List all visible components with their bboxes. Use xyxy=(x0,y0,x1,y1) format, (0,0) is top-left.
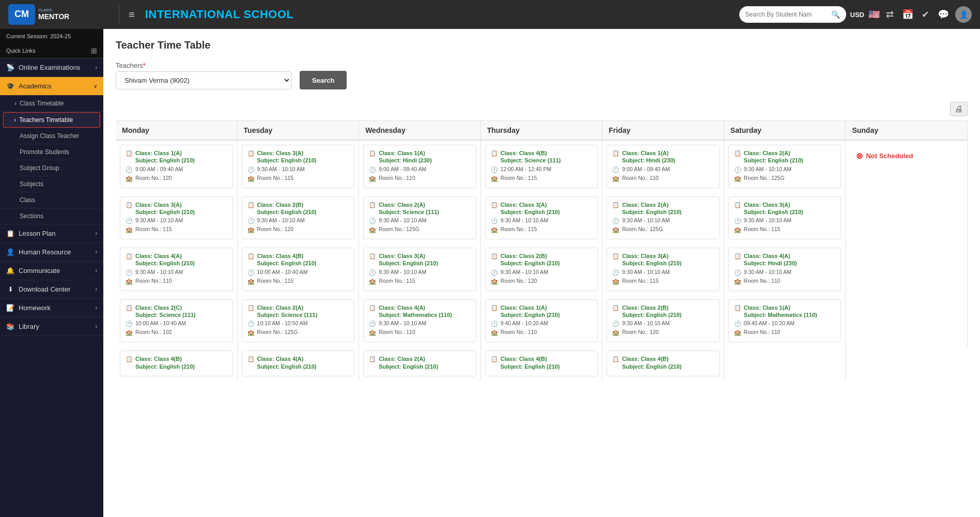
teacher-select[interactable]: Shivam Verma (9002) xyxy=(116,71,291,89)
day-column-wednesday: 📋 Class: Class 2(A)Subject: Science (111… xyxy=(359,192,481,244)
class-card: 📋 Class: Class 3(A)Subject: English (210… xyxy=(606,248,720,291)
room-icon: 🏫 xyxy=(126,175,133,182)
class-icon: 📋 xyxy=(126,202,133,208)
day-column-friday: 📋 Class: Class 4(B)Subject: English (210… xyxy=(602,346,724,381)
timetable-grid: MondayTuesdayWednesdayThursdayFridaySatu… xyxy=(116,120,968,381)
card-time: 9:30 AM - 10:10 AM xyxy=(622,320,670,326)
sidebar-item-label: Online Examinations xyxy=(19,64,80,71)
card-room: Room No.: 115 xyxy=(622,278,659,284)
room-icon: 🏫 xyxy=(734,226,741,233)
sidebar-item-label: Homework xyxy=(19,304,51,312)
class-icon: 📋 xyxy=(126,150,133,157)
sidebar-item-homework[interactable]: 📝 Homework ‹ xyxy=(0,299,103,317)
required-mark: * xyxy=(143,62,146,69)
quick-links-grid-icon[interactable]: ⊞ xyxy=(91,47,97,55)
quick-links-label: Quick Links xyxy=(6,48,36,54)
class-card: 📋 Class: Class 2(A)Subject: English (210… xyxy=(363,351,476,376)
class-card: 📋 Class: Class 4(A)Subject: English (210… xyxy=(242,351,355,376)
logo-class: CLASS xyxy=(38,8,69,13)
global-search-button[interactable]: 🔍 xyxy=(831,10,840,19)
sidebar-item-promote-students[interactable]: › Promote Students xyxy=(0,144,103,160)
day-header-saturday: Saturday xyxy=(724,121,846,141)
download-center-icon: ⬇ xyxy=(6,285,14,293)
user-avatar[interactable]: 👤 xyxy=(955,6,972,23)
human-resource-icon: 👤 xyxy=(6,248,14,256)
card-class-subject: Class: Class 3(A)Subject: English (210) xyxy=(135,201,195,216)
card-room: Room No.: 110 xyxy=(744,278,781,284)
class-icon: 📋 xyxy=(612,356,619,362)
academics-icon: 🎓 xyxy=(6,82,14,90)
library-icon: 📚 xyxy=(6,323,14,330)
sidebar-item-communicate[interactable]: 🔔 Communicate ‹ xyxy=(0,262,103,280)
class-icon: 📋 xyxy=(491,253,498,260)
sidebar-item-library[interactable]: 📚 Library ‹ xyxy=(0,317,103,336)
class-card: 📋 Class: Class 4(A)Subject: Hindi (230) … xyxy=(728,248,842,291)
sidebar-item-human-resource[interactable]: 👤 Human Resource ‹ xyxy=(0,243,103,262)
card-class-subject: Class: Class 2(A)Subject: English (210) xyxy=(379,355,438,370)
class-card: 📋 Class: Class 3(A)Subject: English (210… xyxy=(120,196,233,240)
room-icon: 🏫 xyxy=(369,226,376,233)
class-icon: 📋 xyxy=(126,356,133,362)
sidebar-item-assign-class-teacher[interactable]: › Assign Class Teacher xyxy=(0,128,103,144)
card-room: Room No.: 125G xyxy=(622,226,663,232)
card-room: Room No.: 125G xyxy=(744,175,785,181)
sidebar-item-download-center[interactable]: ⬇ Download Center ‹ xyxy=(0,280,103,299)
sidebar-sub-label: Teachers Timetable xyxy=(19,116,73,124)
room-icon: 🏫 xyxy=(126,329,133,336)
room-icon: 🏫 xyxy=(491,329,498,336)
hr-arrow: ‹ xyxy=(96,249,97,255)
room-icon: 🏫 xyxy=(612,175,619,182)
card-time: 10:10 AM - 10:50 AM xyxy=(257,320,308,326)
top-header: CM CLASS MENTOR ≡ INTERNATIONAL SCHOOL 🔍… xyxy=(0,0,980,29)
class-card: 📋 Class: Class 4(B)Subject: English (210… xyxy=(485,351,598,376)
day-column-saturday: 📋 Class: Class 4(A)Subject: Hindi (230) … xyxy=(724,244,846,295)
page-title: Teacher Time Table xyxy=(116,39,968,51)
card-class-subject: Class: Class 3(A)Subject: English (210) xyxy=(501,201,560,216)
whatsapp-icon[interactable]: 💬 xyxy=(936,7,951,22)
sidebar-item-subject-group[interactable]: › Subject Group xyxy=(0,160,103,176)
class-card: 📋 Class: Class 1(A)Subject: Hindi (230) … xyxy=(363,145,476,188)
hamburger-icon[interactable]: ≡ xyxy=(129,9,135,21)
room-icon: 🏫 xyxy=(612,278,619,285)
print-button[interactable]: 🖨 xyxy=(950,102,968,116)
clock-icon: 🕐 xyxy=(491,166,498,173)
card-room: Room No.: 125G xyxy=(257,329,298,335)
sidebar-item-label: Library xyxy=(19,323,39,330)
room-icon: 🏫 xyxy=(247,175,255,182)
sidebar-item-subjects[interactable]: › Subjects xyxy=(0,176,103,192)
day-column-sunday: ⊗ Not Scheduled xyxy=(846,141,968,192)
card-room: Room No.: 115 xyxy=(379,278,415,284)
calendar-icon[interactable]: 📅 xyxy=(900,7,915,22)
card-time: 9:00 AM - 09:40 AM xyxy=(379,166,426,172)
sidebar-item-teachers-timetable[interactable]: › Teachers Timetable xyxy=(3,112,100,128)
global-search-box[interactable]: 🔍 xyxy=(739,6,846,23)
checkmark-icon[interactable]: ✔ xyxy=(920,7,931,22)
card-room: Room No.: 120 xyxy=(501,278,537,284)
sidebar-item-online-examinations[interactable]: 📡 Online Examinations ‹ xyxy=(0,58,103,77)
class-icon: 📋 xyxy=(369,356,376,362)
sidebar-sub-label: Class Timetable xyxy=(20,100,64,107)
class-icon: 📋 xyxy=(369,253,376,260)
class-card: 📋 Class: Class 1(A)Subject: English (210… xyxy=(485,299,598,343)
card-time: 9:00 AM - 09:40 AM xyxy=(135,166,183,172)
sidebar-item-sections[interactable]: › Sections xyxy=(0,208,103,224)
card-class-subject: Class: Class 4(A)Subject: English (210) xyxy=(257,355,317,370)
class-card: 📋 Class: Class 2(B)Subject: English (210… xyxy=(606,299,720,343)
clock-icon: 🕐 xyxy=(126,269,133,276)
sidebar-item-academics[interactable]: 🎓 Academics ∨ xyxy=(0,77,103,96)
sidebar-item-class-timetable[interactable]: › Class Timetable xyxy=(0,96,103,112)
search-button[interactable]: Search xyxy=(300,71,347,89)
sidebar-item-class[interactable]: › Class xyxy=(0,192,103,208)
transfer-icon[interactable]: ⇄ xyxy=(884,7,896,22)
card-time: 10:00 AM - 10:40 AM xyxy=(257,269,308,275)
global-search-input[interactable] xyxy=(745,11,828,18)
day-header-sunday: Sunday xyxy=(846,121,968,141)
day-column-monday: 📋 Class: Class 2(C)Subject: Science (111… xyxy=(116,295,238,347)
card-time: 9:30 AM - 10:10 AM xyxy=(622,269,670,275)
clock-icon: 🕐 xyxy=(126,166,133,173)
currency-badge[interactable]: USD xyxy=(850,11,864,19)
class-icon: 📋 xyxy=(126,253,133,260)
class-card: 📋 Class: Class 1(A)Subject: Mathematics … xyxy=(728,299,842,343)
sidebar-item-lesson-plan[interactable]: 📋 Lesson Plan ‹ xyxy=(0,224,103,243)
clock-icon: 🕐 xyxy=(612,166,619,173)
